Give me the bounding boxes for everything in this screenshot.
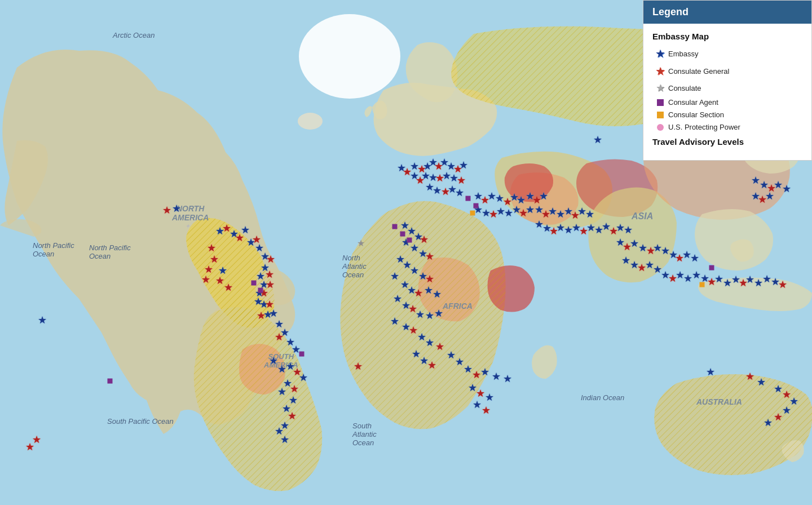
consular-section-icon xyxy=(652,112,668,118)
consulate-label: Consulate xyxy=(668,84,701,92)
legend-consular-section: Consular Section xyxy=(652,110,802,119)
embassy-label: Embassy xyxy=(668,50,698,58)
consular-section-label: Consular Section xyxy=(668,110,724,119)
svg-point-1 xyxy=(299,14,400,99)
consular-agent-icon xyxy=(652,99,668,106)
consulate-general-icon: ★ xyxy=(652,64,668,78)
svg-point-2 xyxy=(298,113,323,130)
legend-header: Legend xyxy=(643,1,811,24)
consulate-icon: ★ xyxy=(652,82,668,94)
advisory-title: Travel Advisory Levels xyxy=(652,137,802,147)
legend-consulate: ★ Consulate xyxy=(652,82,802,94)
legend-embassy: ★ Embassy xyxy=(652,47,802,60)
legend-protecting-power: U.S. Protecting Power xyxy=(652,123,802,131)
consulate-general-label: Consulate General xyxy=(668,67,729,76)
map-container: Arctic Ocean North PacificOcean North Pa… xyxy=(0,0,812,505)
legend-panel: Legend Embassy Map ★ Embassy ★ Consulate… xyxy=(643,0,812,161)
legend-consulate-general: ★ Consulate General xyxy=(652,64,802,78)
protecting-power-icon xyxy=(652,124,668,131)
embassy-map-title: Embassy Map xyxy=(652,32,802,41)
legend-consular-agent: Consular Agent xyxy=(652,98,802,107)
embassy-icon: ★ xyxy=(652,47,668,60)
protecting-power-label: U.S. Protecting Power xyxy=(668,123,740,131)
consular-agent-label: Consular Agent xyxy=(668,98,718,107)
